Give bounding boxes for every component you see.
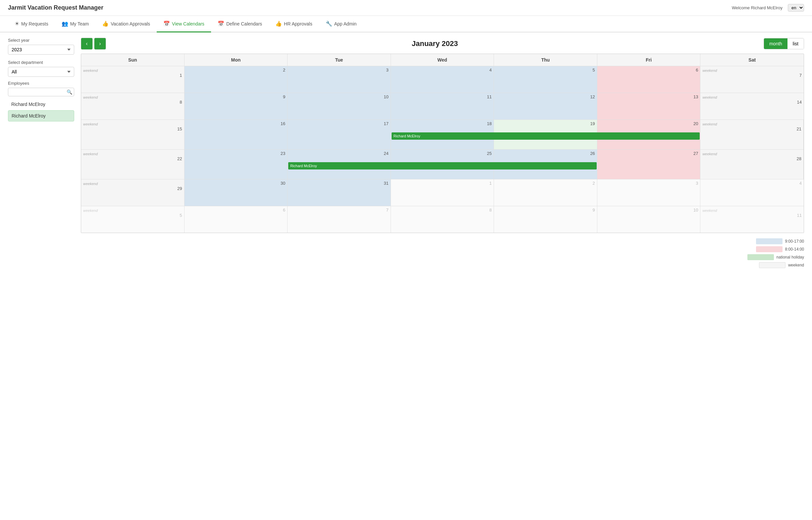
header-wed: Wed bbox=[391, 54, 494, 66]
thumbsup-icon: 👍 bbox=[102, 21, 109, 27]
day-feb-11: weekend 11 bbox=[700, 206, 804, 233]
header-mon: Mon bbox=[184, 54, 288, 66]
day-jan-13: 13 bbox=[597, 93, 701, 120]
legend-box-pink bbox=[756, 246, 783, 252]
week-row-1: weekend 1 2 3 4 5 6 bbox=[81, 66, 804, 93]
nav-item-my-team[interactable]: 👥 My Team bbox=[55, 16, 96, 32]
day-feb-1: 1 bbox=[391, 179, 494, 206]
prev-month-button[interactable]: ‹ bbox=[81, 38, 93, 50]
legend-label-green: national holiday bbox=[777, 255, 804, 260]
calendar-header-row: Sun Mon Tue Wed Thu Fri Sat bbox=[81, 54, 804, 66]
team-icon: 👥 bbox=[61, 21, 68, 27]
calendar-grid: Sun Mon Tue Wed Thu Fri Sat weekend 1 2 … bbox=[81, 54, 804, 233]
nav-label-define-calendars: Define Calendars bbox=[226, 21, 262, 26]
day-jan-2: 2 bbox=[184, 66, 288, 93]
department-selector[interactable]: All Engineering Marketing Sales bbox=[8, 67, 74, 77]
main-layout: Select year 2023 2022 2024 Select depart… bbox=[0, 32, 812, 274]
day-feb-3: 3 bbox=[597, 179, 701, 206]
legend-box-green bbox=[747, 254, 774, 260]
dept-label: Select department bbox=[8, 60, 74, 65]
nav-label-my-team: My Team bbox=[70, 21, 89, 26]
day-jan-6: 6 bbox=[597, 66, 701, 93]
week-row-3: weekend 15 16 17 18 19 20 bbox=[81, 120, 804, 149]
day-jan-11: 11 bbox=[391, 93, 494, 120]
day-jan-22: weekend 22 bbox=[81, 150, 184, 179]
nav-item-hr-approvals[interactable]: 👍 HR Approvals bbox=[269, 16, 319, 32]
employee-item-0[interactable]: Richard McElroy bbox=[8, 99, 74, 109]
week-row-4: weekend 22 23 24 25 26 27 bbox=[81, 149, 804, 179]
calendar-title: January 2023 bbox=[412, 40, 458, 48]
header-sat: Sat bbox=[700, 54, 804, 66]
wrench-icon: 🔧 bbox=[326, 21, 332, 27]
day-jan-21: weekend 21 bbox=[700, 120, 804, 149]
nav-arrows: ‹ › bbox=[81, 38, 106, 50]
top-right-area: Welcome Richard McElroy en bbox=[732, 4, 804, 11]
legend-label-white: weekend bbox=[788, 263, 804, 267]
day-jan-28: weekend 28 bbox=[700, 150, 804, 179]
day-jan-23: 23 bbox=[184, 150, 288, 179]
day-jan-27: 27 bbox=[597, 150, 701, 179]
nav-label-app-admin: App Admin bbox=[334, 21, 357, 26]
day-jan-8: weekend 8 bbox=[81, 93, 184, 120]
day-jan-17: 17 bbox=[288, 120, 391, 149]
day-jan-9: 9 bbox=[184, 93, 288, 120]
day-feb-8: 8 bbox=[391, 206, 494, 233]
day-jan-4: 4 bbox=[391, 66, 494, 93]
next-month-button[interactable]: › bbox=[94, 38, 106, 50]
day-jan-10: 10 bbox=[288, 93, 391, 120]
nav-label-vacation-approvals: Vacation Approvals bbox=[110, 21, 150, 26]
day-feb-9: 9 bbox=[494, 206, 597, 233]
day-feb-6: 6 bbox=[184, 206, 288, 233]
day-feb-5: weekend 5 bbox=[81, 206, 184, 233]
employee-search-input[interactable] bbox=[11, 90, 67, 95]
nav-bar: ☀ My Requests 👥 My Team 👍 Vacation Appro… bbox=[0, 16, 812, 32]
employees-section: Employees 🔍 Richard McElroy Richard McEl… bbox=[8, 81, 74, 122]
day-feb-2: 2 bbox=[494, 179, 597, 206]
event-richard-week3[interactable]: Richard McElroy bbox=[392, 132, 700, 140]
legend: 9:00-17:00 8:00-14:00 national holiday w… bbox=[81, 238, 804, 268]
nav-label-view-calendars: View Calendars bbox=[172, 21, 204, 26]
calendar-controls: ‹ › January 2023 month list bbox=[81, 38, 804, 50]
legend-item-blue: 9:00-17:00 bbox=[756, 238, 804, 244]
top-header: Jarmit Vacation Request Manager Welcome … bbox=[0, 0, 812, 16]
app-title: Jarmit Vacation Request Manager bbox=[8, 4, 103, 11]
nav-label-my-requests: My Requests bbox=[21, 21, 48, 26]
employees-label: Employees bbox=[8, 81, 74, 86]
day-jan-12: 12 bbox=[494, 93, 597, 120]
day-feb-4: 4 bbox=[700, 179, 804, 206]
header-sun: Sun bbox=[81, 54, 184, 66]
week-row-2: weekend 8 9 10 11 12 13 bbox=[81, 93, 804, 120]
legend-item-pink: 8:00-14:00 bbox=[756, 246, 804, 252]
weekend-label: weekend bbox=[83, 69, 98, 73]
week-row-6: weekend 5 6 7 8 9 10 w bbox=[81, 206, 804, 233]
legend-item-white: weekend bbox=[759, 262, 804, 268]
calendar-icon: 📅 bbox=[163, 21, 170, 27]
nav-item-define-calendars[interactable]: 📅 Define Calendars bbox=[211, 16, 269, 32]
nav-item-app-admin[interactable]: 🔧 App Admin bbox=[319, 16, 364, 32]
day-jan-31: 31 bbox=[288, 179, 391, 206]
nav-label-hr-approvals: HR Approvals bbox=[284, 21, 313, 26]
employee-item-1[interactable]: Richard McElroy bbox=[8, 110, 74, 122]
view-list-button[interactable]: list bbox=[787, 38, 804, 49]
legend-box-white bbox=[759, 262, 786, 268]
employee-search-box[interactable]: 🔍 bbox=[8, 88, 74, 96]
event-richard-week4[interactable]: Richard McElroy bbox=[288, 162, 597, 170]
language-selector[interactable]: en bbox=[788, 4, 804, 11]
day-jan-16: 16 bbox=[184, 120, 288, 149]
day-jan-14: weekend 14 bbox=[700, 93, 804, 120]
calendar2-icon: 📅 bbox=[218, 21, 224, 27]
nav-item-my-requests[interactable]: ☀ My Requests bbox=[8, 16, 55, 32]
legend-box-blue bbox=[756, 238, 783, 244]
sun-icon: ☀ bbox=[15, 21, 19, 27]
thumbsup2-icon: 👍 bbox=[275, 21, 282, 27]
day-jan-5: 5 bbox=[494, 66, 597, 93]
sidebar: Select year 2023 2022 2024 Select depart… bbox=[8, 38, 74, 268]
year-selector[interactable]: 2023 2022 2024 bbox=[8, 45, 74, 55]
header-fri: Fri bbox=[597, 54, 701, 66]
day-jan-15: weekend 15 bbox=[81, 120, 184, 149]
nav-item-view-calendars[interactable]: 📅 View Calendars bbox=[157, 16, 211, 32]
nav-item-vacation-approvals[interactable]: 👍 Vacation Approvals bbox=[95, 16, 157, 32]
view-month-button[interactable]: month bbox=[764, 38, 787, 49]
day-jan-29: weekend 29 bbox=[81, 179, 184, 206]
search-icon: 🔍 bbox=[67, 89, 72, 95]
